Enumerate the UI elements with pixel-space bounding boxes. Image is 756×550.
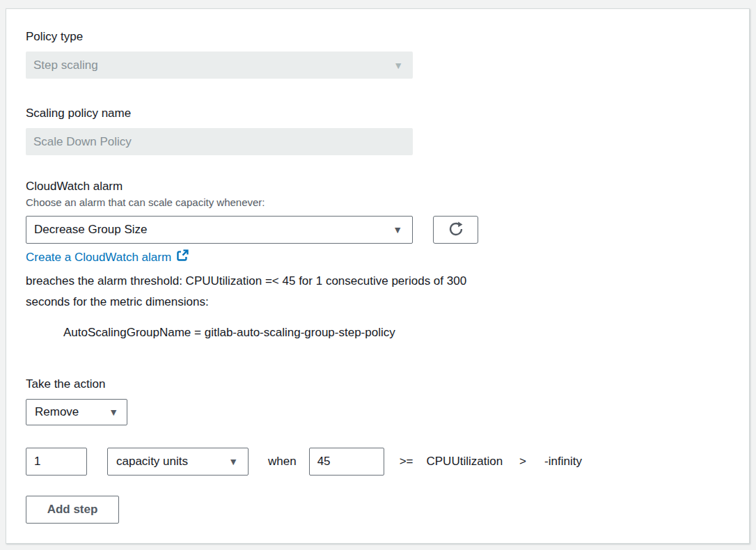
add-step-button[interactable]: Add step bbox=[26, 496, 119, 524]
alarm-select-value: Decrease Group Size bbox=[34, 223, 148, 237]
action-select[interactable]: Remove ▼ bbox=[26, 399, 127, 425]
create-cloudwatch-alarm-link-label: Create a CloudWatch alarm bbox=[26, 251, 171, 265]
policy-type-select: Step scaling ▼ bbox=[26, 52, 413, 79]
step-threshold-input[interactable] bbox=[309, 448, 384, 476]
alarm-select[interactable]: Decrease Group Size ▼ bbox=[26, 216, 413, 244]
chevron-down-icon: ▼ bbox=[228, 457, 238, 466]
scaling-policy-form-card: Policy type Step scaling ▼ Scaling polic… bbox=[6, 8, 750, 544]
cloudwatch-alarm-label: CloudWatch alarm bbox=[26, 180, 730, 193]
refresh-alarms-button[interactable] bbox=[433, 216, 478, 244]
chevron-down-icon: ▼ bbox=[109, 407, 118, 417]
upper-bound-operator: >= bbox=[400, 455, 414, 469]
chevron-down-icon: ▼ bbox=[393, 225, 402, 235]
create-cloudwatch-alarm-link[interactable]: Create a CloudWatch alarm bbox=[26, 249, 189, 265]
policy-type-label: Policy type bbox=[26, 31, 730, 43]
alarm-description-line2: seconds for the metric dimensions: bbox=[26, 292, 730, 313]
step-amount-input[interactable] bbox=[26, 448, 87, 476]
when-label: when bbox=[268, 455, 297, 469]
alarm-dimension: AutoScalingGroupName = gitlab-auto-scali… bbox=[26, 326, 730, 339]
alarm-select-row: Decrease Group Size ▼ bbox=[26, 216, 730, 244]
cloudwatch-alarm-helper: Choose an alarm that can scale capacity … bbox=[26, 196, 730, 209]
chevron-down-icon: ▼ bbox=[393, 61, 403, 70]
unit-select[interactable]: capacity units ▼ bbox=[107, 448, 249, 476]
metric-name: CPUUtilization bbox=[427, 455, 503, 469]
policy-name-label: Scaling policy name bbox=[26, 107, 730, 120]
alarm-description-line1: breaches the alarm threshold: CPUUtiliza… bbox=[26, 271, 730, 292]
external-link-icon bbox=[176, 249, 189, 265]
lower-bound-value: -infinity bbox=[544, 455, 582, 469]
step-adjustment-row: capacity units ▼ when >= CPUUtilization … bbox=[26, 448, 730, 476]
take-action-label: Take the action bbox=[26, 378, 730, 391]
refresh-icon bbox=[448, 221, 464, 239]
policy-type-value: Step scaling bbox=[33, 58, 98, 72]
page: { "colors": { "link": "#0073bb", "contro… bbox=[0, 0, 756, 550]
unit-select-value: capacity units bbox=[116, 455, 188, 469]
policy-name-input bbox=[26, 128, 413, 155]
alarm-description: breaches the alarm threshold: CPUUtiliza… bbox=[26, 271, 730, 313]
lower-bound-operator: > bbox=[519, 455, 526, 469]
action-select-value: Remove bbox=[35, 405, 79, 419]
